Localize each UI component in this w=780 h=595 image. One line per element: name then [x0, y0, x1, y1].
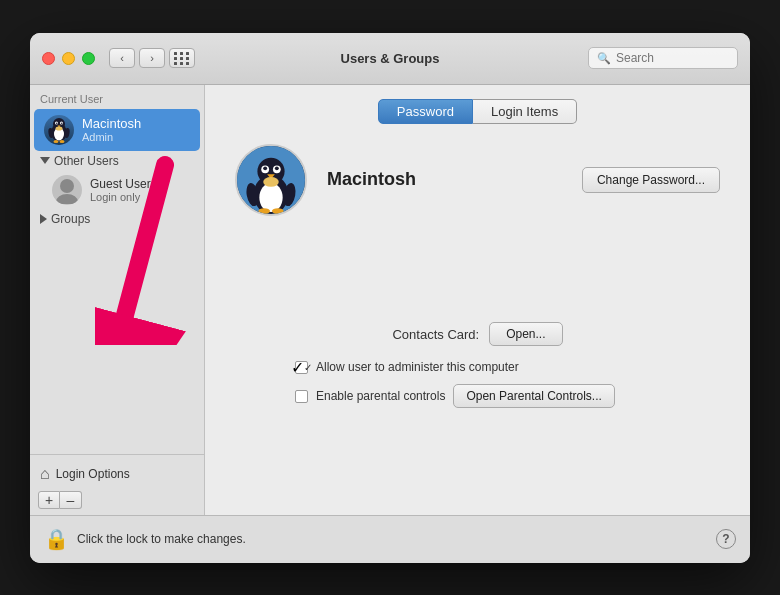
contacts-row: Contacts Card: Open...: [235, 322, 720, 346]
user-detail-panel: Macintosh Change Password... Contacts Ca…: [205, 134, 750, 515]
svg-point-21: [263, 166, 267, 170]
parental-row: Enable parental controls Open Parental C…: [235, 384, 720, 408]
help-button[interactable]: ?: [716, 529, 736, 549]
login-options-item[interactable]: ⌂ Login Options: [38, 461, 196, 487]
current-user-section-label: Current User: [30, 85, 204, 109]
tab-login-items[interactable]: Login Items: [473, 99, 577, 124]
minimize-button[interactable]: [62, 52, 75, 65]
bottom-bar: 🔒 Click the lock to make changes. ?: [30, 515, 750, 563]
other-users-disclosure[interactable]: Other Users: [30, 151, 204, 171]
user-big-avatar: [235, 144, 307, 216]
svg-point-28: [272, 208, 284, 214]
parental-checkbox[interactable]: [295, 390, 308, 403]
contacts-card-label: Contacts Card:: [392, 327, 479, 342]
user-header: Macintosh Change Password...: [235, 144, 720, 216]
lock-button[interactable]: 🔒 Click the lock to make changes.: [44, 527, 246, 551]
current-user-role: Admin: [82, 131, 141, 143]
nav-buttons: ‹ ›: [109, 48, 165, 68]
traffic-lights: [42, 52, 95, 65]
open-parental-controls-button[interactable]: Open Parental Controls...: [453, 384, 614, 408]
titlebar: ‹ › Users & Groups 🔍: [30, 33, 750, 85]
sidebar-bottom: ⌂ Login Options + –: [30, 454, 204, 515]
svg-point-13: [60, 179, 74, 193]
forward-button[interactable]: ›: [139, 48, 165, 68]
svg-point-8: [54, 140, 59, 143]
search-box[interactable]: 🔍: [588, 47, 738, 69]
admin-checkbox-row: ✓ Allow user to administer this computer: [235, 360, 720, 374]
groups-label: Groups: [51, 212, 90, 226]
login-options-label: Login Options: [56, 467, 130, 481]
admin-checkbox-label: Allow user to administer this computer: [316, 360, 519, 374]
guest-user-item[interactable]: Guest User Login only: [30, 171, 204, 209]
groups-triangle-icon: [40, 214, 47, 224]
add-user-button[interactable]: +: [38, 491, 60, 509]
sidebar: Current User: [30, 85, 205, 515]
current-user-name: Macintosh: [82, 116, 141, 131]
guest-user-role: Login only: [90, 191, 151, 203]
house-icon: ⌂: [40, 465, 50, 483]
svg-point-12: [56, 126, 63, 130]
open-contacts-button[interactable]: Open...: [489, 322, 562, 346]
current-user-item[interactable]: Macintosh Admin: [34, 109, 200, 151]
search-icon: 🔍: [597, 52, 611, 65]
svg-point-27: [258, 208, 270, 214]
right-panel: Password Login Items: [205, 85, 750, 515]
close-button[interactable]: [42, 52, 55, 65]
disclosure-triangle-icon: [40, 157, 50, 164]
guest-user-name: Guest User: [90, 177, 151, 191]
grid-button[interactable]: [169, 48, 195, 68]
current-user-info: Macintosh Admin: [82, 116, 141, 143]
change-password-button[interactable]: Change Password...: [582, 167, 720, 193]
svg-point-14: [56, 194, 78, 204]
user-detail-name: Macintosh: [327, 169, 562, 190]
remove-user-button[interactable]: –: [60, 491, 82, 509]
tabs-row: Password Login Items: [205, 85, 750, 134]
search-input[interactable]: [616, 51, 729, 65]
lock-icon: 🔒: [44, 527, 69, 551]
svg-point-5: [56, 122, 58, 124]
window-title: Users & Groups: [341, 51, 440, 66]
guest-user-avatar: [52, 175, 82, 205]
svg-point-6: [61, 122, 63, 124]
svg-point-17: [259, 182, 282, 211]
admin-checkbox[interactable]: ✓: [295, 361, 308, 374]
zoom-button[interactable]: [82, 52, 95, 65]
other-users-label: Other Users: [54, 154, 119, 168]
back-button[interactable]: ‹: [109, 48, 135, 68]
tab-password[interactable]: Password: [378, 99, 473, 124]
guest-user-info: Guest User Login only: [90, 177, 151, 203]
groups-disclosure[interactable]: Groups: [30, 209, 204, 229]
svg-point-9: [60, 140, 65, 143]
add-remove-row: + –: [38, 491, 196, 509]
parental-checkbox-label: Enable parental controls: [316, 389, 445, 403]
lock-text: Click the lock to make changes.: [77, 532, 246, 546]
svg-point-24: [263, 177, 279, 187]
svg-point-22: [275, 166, 279, 170]
current-user-avatar: [44, 115, 74, 145]
